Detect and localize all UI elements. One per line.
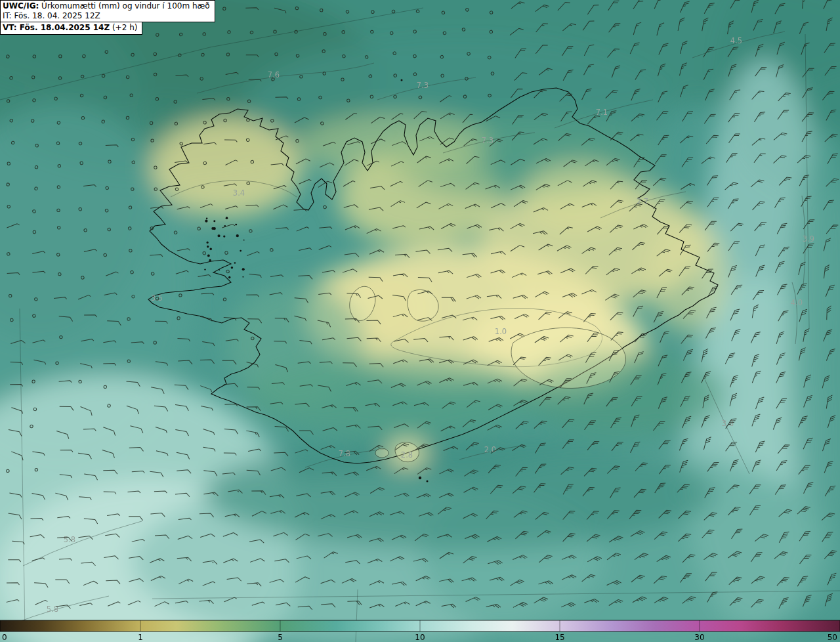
valid-time: VT: Fös. 18.04.2025 14Z bbox=[3, 23, 110, 32]
contour-label: 5.8 bbox=[47, 605, 58, 614]
init-time: IT: Fös. 18. 04. 2025 12Z bbox=[3, 11, 210, 21]
contour-label: 3.5 bbox=[151, 293, 163, 303]
map-title: Úrkomumætti (mm) og vindur í 100m hæð bbox=[39, 1, 209, 11]
map-title-line: UWC/IG: Úrkomumætti (mm) og vindur í 100… bbox=[3, 1, 210, 11]
contour-label: 4.5 bbox=[730, 36, 742, 45]
colorbar-tick-label: 1 bbox=[138, 633, 143, 642]
colorbar-tick-label: 10 bbox=[415, 633, 425, 642]
colorbar-tick-label: 0 bbox=[2, 633, 7, 642]
contour-label: 2.8 bbox=[401, 450, 413, 460]
glacier-outline bbox=[375, 448, 388, 458]
colorbar-tick-label: 50 bbox=[828, 633, 837, 642]
valid-offset: (+2 h) bbox=[110, 23, 137, 32]
contour-label: 2.7 bbox=[637, 197, 648, 206]
weather-map-app: 4.57.67.37.17.33.42.73.94.03.51.03.87.82… bbox=[0, 0, 840, 642]
contour-label: 4.0 bbox=[791, 298, 803, 307]
model-id: UWC/IG: bbox=[3, 1, 39, 11]
contour-label: 7.8 bbox=[339, 449, 350, 458]
map-title-box: UWC/IG: Úrkomumætti (mm) og vindur í 100… bbox=[0, 0, 215, 35]
colorbar-tick-label: 5 bbox=[278, 633, 283, 642]
contour-label: 5.8 bbox=[64, 535, 75, 544]
contour-label: 1.0 bbox=[495, 327, 507, 336]
colorbar-tick-label: 15 bbox=[555, 633, 564, 642]
contour-label: 3.4 bbox=[233, 188, 245, 198]
contour-label: 7.3 bbox=[417, 81, 429, 90]
title-box-upper: UWC/IG: Úrkomumætti (mm) og vindur í 100… bbox=[0, 0, 215, 22]
colorbar-tick-label: 30 bbox=[694, 633, 704, 642]
precipitation-wind-map: 4.57.67.37.17.33.42.73.94.03.51.03.87.82… bbox=[0, 0, 840, 642]
contour-label: 7.3 bbox=[482, 136, 494, 145]
title-box-lower: VT: Fös. 18.04.2025 14Z (+2 h) bbox=[0, 22, 142, 35]
contour-label: 7.1 bbox=[596, 108, 608, 117]
contour-label: 3.9 bbox=[803, 234, 814, 244]
contour-label: 3.8 bbox=[722, 419, 734, 428]
contour-label: 2.0 bbox=[484, 445, 496, 454]
